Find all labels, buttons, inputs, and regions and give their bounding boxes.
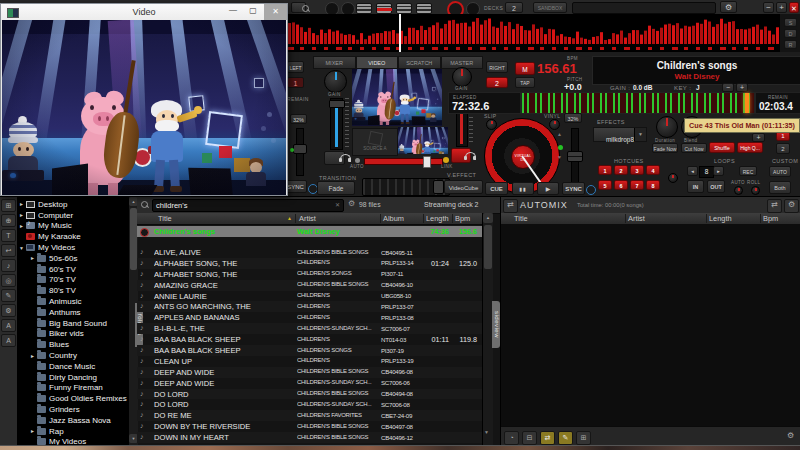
hotcue-button[interactable]: 2: [614, 165, 628, 175]
folder-item[interactable]: 60's TV: [17, 264, 128, 275]
automix-tool-button[interactable]: ✎: [558, 431, 573, 445]
expand-arrow-icon[interactable]: ►: [19, 223, 26, 229]
deck1-pitch-range-button[interactable]: 32%: [290, 114, 307, 124]
loop-auto-knob[interactable]: [734, 186, 743, 195]
track-row[interactable]: ♪ ALPHABET SONG, THE CHILDREN'S SONGS PI…: [137, 269, 482, 280]
sync-button[interactable]: SYNC: [562, 182, 585, 195]
transition-slider[interactable]: [362, 178, 450, 196]
custom-both-button[interactable]: Both: [769, 181, 791, 194]
folder-item[interactable]: ► Rap: [17, 426, 128, 437]
folder-item[interactable]: Good Oldies Remixes: [17, 393, 128, 404]
tab-scratch[interactable]: SCRATCH: [398, 56, 441, 69]
expand-arrow-icon[interactable]: ►: [19, 201, 26, 207]
expand-arrow-icon[interactable]: ►: [30, 353, 37, 359]
hotcue-button[interactable]: 1: [598, 165, 612, 175]
wave-layout-2-button[interactable]: [376, 3, 392, 14]
track-row[interactable]: ♪ DO LORD CHILDREN'S-SUNDAY SCH... SC700…: [137, 399, 482, 410]
automix-list-empty[interactable]: [501, 224, 800, 426]
folder-item[interactable]: Big Band Sound: [17, 318, 128, 329]
automix-shuffle-icon[interactable]: ⇄: [767, 199, 782, 213]
side-toolbar-button[interactable]: ⚙: [1, 304, 16, 317]
loop-rec-button2[interactable]: REC: [739, 166, 757, 176]
side-toolbar-button[interactable]: ⊞: [1, 199, 16, 212]
automix-toggle-icon[interactable]: ⇄: [503, 199, 518, 213]
play-button[interactable]: ▶: [537, 182, 559, 195]
search-input[interactable]: children's ✕: [152, 199, 344, 212]
video-window[interactable]: Video — ▢ ✕: [0, 3, 288, 196]
volume-handle[interactable]: [329, 100, 345, 108]
video-minimize-icon[interactable]: —: [223, 5, 243, 14]
video-auto-dot[interactable]: [355, 158, 360, 163]
tab-mixer[interactable]: MIXER: [313, 56, 356, 69]
hotcue-button[interactable]: 4: [646, 165, 660, 175]
track-row[interactable]: ♪ ANTS GO MARCHING, THE CHILDREN'S PRLP1…: [137, 301, 482, 312]
stutter-button[interactable]: ▮▮: [512, 182, 534, 195]
fade-now-button[interactable]: Fade Now: [652, 143, 678, 153]
search-button[interactable]: [291, 2, 306, 13]
track-row[interactable]: ♪ B-I-B-L-E, THE CHILDREN'S-SUNDAY SCH..…: [137, 323, 482, 334]
deck1-pitch-handle[interactable]: [293, 144, 307, 154]
side-toolbar-button[interactable]: A: [1, 319, 16, 332]
folder-item[interactable]: ► 50s-60s: [17, 253, 128, 264]
folder-item[interactable]: Anthums: [17, 307, 128, 318]
track-row[interactable]: ♪ CLEAN UP CHILDREN'S PRLP133-19: [137, 356, 482, 367]
wave-layout-4-button[interactable]: [416, 3, 432, 14]
expand-arrow-icon[interactable]: ▼: [19, 245, 26, 251]
transition-slider-handle[interactable]: [433, 180, 444, 194]
folder-item[interactable]: Funny Fireman: [17, 383, 128, 394]
tree-scroll-thumb[interactable]: [130, 208, 137, 270]
automix-tool-button[interactable]: ◔: [504, 431, 519, 445]
expand-arrow-icon[interactable]: ►: [19, 212, 26, 218]
expand-arrow-icon[interactable]: ►: [30, 428, 37, 434]
amx-col-title[interactable]: Title: [514, 214, 528, 223]
effect-knob-duration[interactable]: [656, 116, 678, 138]
side-toolbar-button[interactable]: ◎: [1, 274, 16, 287]
hotcue-button[interactable]: 6: [614, 180, 628, 190]
wave-layout-1-button[interactable]: [356, 3, 372, 14]
shuffle-button[interactable]: Shuffle: [709, 142, 735, 153]
high-q-button[interactable]: High Q...: [737, 142, 763, 153]
track-row[interactable]: ♪ DOWN BY THE RIVERSIDE CHILDREN'S BIBLE…: [137, 421, 482, 432]
folder-item[interactable]: ► My Music: [17, 221, 128, 232]
col-album[interactable]: Album: [383, 214, 404, 223]
search-clear-icon[interactable]: ✕: [335, 201, 340, 208]
folder-item[interactable]: ► Desktop: [17, 199, 128, 210]
decks-count-button[interactable]: 2: [505, 2, 523, 13]
master-gain-knob[interactable]: [452, 67, 472, 87]
deck1-number-button[interactable]: 1: [287, 77, 304, 88]
hotcue-button[interactable]: 5: [598, 180, 612, 190]
folder-item[interactable]: ► Country: [17, 350, 128, 361]
track-row[interactable]: ♪ ALPHABET SONG, THE CHILDREN'S PRLP133-…: [137, 258, 482, 269]
track-row[interactable]: ♪ DO RE ME CHILDREN'S FAVORITES CBE7-24-…: [137, 410, 482, 421]
col-title[interactable]: Title: [158, 214, 172, 223]
zoom-button[interactable]: +: [776, 2, 787, 13]
track-row[interactable]: ♪ ANNIE LAURIE CHILDREN'S UBG058-10: [137, 291, 482, 302]
folder-item[interactable]: Dirty Dancing: [17, 372, 128, 383]
cut-now-button[interactable]: Cut Now: [681, 143, 707, 153]
pitch-down-arrow[interactable]: ▼: [557, 154, 562, 160]
folder-item[interactable]: Grinders: [17, 404, 128, 415]
automix-settings-icon[interactable]: ⚙: [784, 199, 799, 213]
track-row[interactable]: ♪ DO LORD CHILDREN'S BIBLE SONGS CB40494…: [137, 389, 482, 400]
list-scroll-thumb[interactable]: [484, 225, 492, 269]
folder-item[interactable]: ► Computer: [17, 210, 128, 221]
side-toolbar-button[interactable]: ✎: [1, 289, 16, 302]
tracklist[interactable]: ♪ ALIVE, ALIVE CHILDREN'S BIBLE SONGS CB…: [137, 247, 482, 446]
folder-item[interactable]: Dance Music: [17, 361, 128, 372]
col-bpm[interactable]: Bpm: [455, 214, 470, 223]
fx-page-2-button[interactable]: 2: [776, 143, 790, 154]
minimize-button[interactable]: −: [763, 2, 774, 13]
automix-toolbar-settings-icon[interactable]: ⚙: [784, 431, 797, 443]
col-length[interactable]: Length: [426, 214, 449, 223]
veffect-button[interactable]: VideoCube: [444, 180, 483, 194]
master-pfl-button[interactable]: [451, 148, 471, 163]
side-toolbar-button[interactable]: ↩: [1, 244, 16, 257]
folder-item[interactable]: Biker vids: [17, 329, 128, 340]
video-link-dot[interactable]: [443, 157, 449, 163]
video-crossfader-handle[interactable]: [423, 156, 431, 168]
col-artist[interactable]: Artist: [299, 214, 316, 223]
loop-double-button[interactable]: ►: [713, 166, 724, 176]
wave-mode-button[interactable]: R: [784, 40, 797, 49]
sandbox-button[interactable]: SANDBOX: [533, 2, 567, 13]
folder-item[interactable]: ▼ My Videos: [17, 242, 128, 253]
